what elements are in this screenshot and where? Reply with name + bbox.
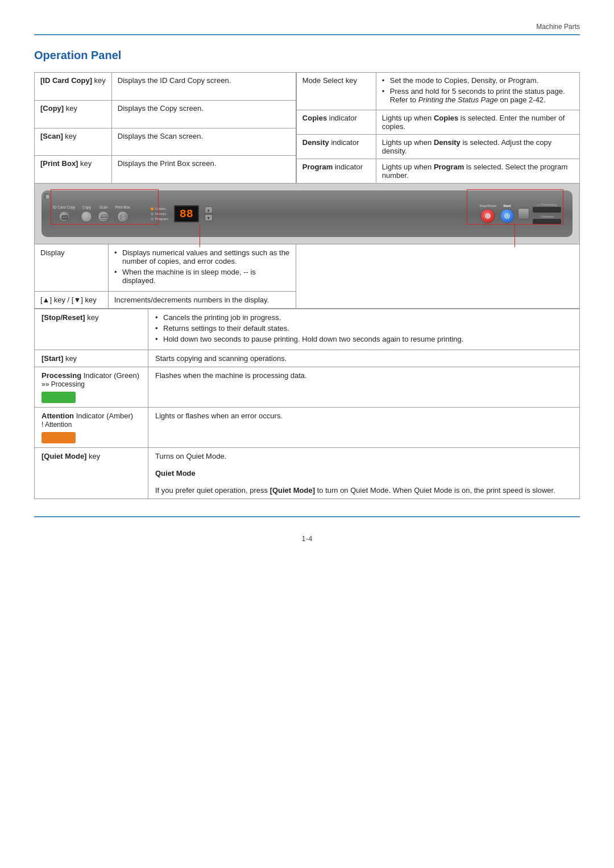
key-cell: [Copy] key <box>35 100 112 128</box>
page-number: 1-4 <box>34 534 580 543</box>
list-item: Hold down two seconds to pause printing.… <box>155 335 572 343</box>
footer-rule <box>34 516 580 517</box>
stop-reset-button[interactable] <box>480 209 495 223</box>
copy-button[interactable] <box>81 211 92 222</box>
value-cell: Lights up when Density is selected. Adju… <box>376 135 579 159</box>
table-row: [Print Box] key Displays the Print Box s… <box>35 156 296 184</box>
svg-rect-10 <box>122 218 125 219</box>
table-row: [ID Card Copy] key Displays the ID Card … <box>35 73 296 101</box>
value-cell: Increments/decrements numbers in the dis… <box>109 292 296 309</box>
key-cell: Mode Select key <box>296 73 376 110</box>
key-cell: Processing Indicator (Green) »» Processi… <box>35 367 148 408</box>
amber-indicator-swatch <box>42 432 76 443</box>
table-row: [Start] key Starts copying and scanning … <box>35 350 580 367</box>
machine-panel-container: ID Card Copy Copy Scan <box>34 184 580 244</box>
table-row: [Stop/Reset] key Cancels the printing jo… <box>35 309 580 350</box>
stop-reset-label: Stop/Reset <box>479 204 496 207</box>
green-indicator-swatch <box>42 392 76 403</box>
section-label: Machine Parts <box>536 23 580 31</box>
key-cell: Attention Indicator (Amber) ! Attention <box>35 408 148 448</box>
bottom-table: [Stop/Reset] key Cancels the printing jo… <box>34 309 580 499</box>
key-label: [Scan] <box>40 132 63 140</box>
key-cell: [Start] key <box>35 350 148 367</box>
id-card-copy-button[interactable] <box>59 211 70 222</box>
density-indicator-label: Density <box>155 212 167 215</box>
value-cell: Displays the Print Box screen. <box>111 156 296 184</box>
table-row: Copies indicator Lights up when Copies i… <box>296 110 579 135</box>
value-cell: Displays numerical values and settings s… <box>109 244 296 292</box>
middle-section: Display Displays numerical values and se… <box>34 244 580 309</box>
key-cell: [ID Card Copy] key <box>35 73 112 101</box>
scan-button[interactable] <box>98 211 109 222</box>
value-cell: Cancels the printing job in progress. Re… <box>148 309 580 350</box>
start-icon <box>504 213 510 219</box>
attention-light <box>533 219 561 225</box>
down-arrow-button[interactable]: ▼ <box>205 214 213 221</box>
attention-label: ! Attention <box>540 215 554 218</box>
panel-right-spacer <box>296 244 580 309</box>
start-button[interactable] <box>500 209 515 223</box>
stop-reset-bullet-list: Cancels the printing job in progress. Re… <box>155 313 572 343</box>
numeric-display: 88 <box>174 205 199 222</box>
processing-label: »» Processing <box>537 203 557 206</box>
list-item: When the machine is in sleep mode, -- is… <box>114 268 290 285</box>
value-cell: Displays the Copy screen. <box>111 100 296 128</box>
quiet-mode-button[interactable] <box>518 208 529 219</box>
scan-label: Scan <box>99 205 108 209</box>
table-row: Processing Indicator (Green) »» Processi… <box>35 367 580 408</box>
table-row: Program indicator Lights up when Program… <box>296 159 579 184</box>
list-item: Set the mode to Copies, Density, or Prog… <box>382 76 574 85</box>
start-label: Start <box>503 204 511 207</box>
right-control-group: Stop/Reset Start <box>479 203 561 225</box>
copies-dot <box>151 207 154 210</box>
id-card-copy-key-group: ID Card Copy <box>53 205 75 222</box>
processing-group: »» Processing ! Attention <box>533 203 561 225</box>
key-cell: Density indicator <box>296 135 376 159</box>
value-cell: Lights up when Program is selected. Sele… <box>376 159 579 184</box>
value-cell: Lights or flashes when an error occurs. <box>148 408 580 448</box>
key-label: [Print Box] <box>40 159 78 168</box>
id-card-icon <box>61 214 68 221</box>
table-row: [Quiet Mode] key Turns on Quiet Mode. Qu… <box>35 448 580 499</box>
display-table: Display Displays numerical values and se… <box>34 244 296 309</box>
svg-rect-2 <box>65 217 67 217</box>
stop-reset-icon <box>484 213 491 219</box>
scan-icon <box>101 214 107 221</box>
program-dot <box>151 218 154 221</box>
list-item: Returns settings to their default states… <box>155 324 572 333</box>
processing-light <box>533 207 561 213</box>
indicator-group: Copies Density Program <box>151 207 168 221</box>
start-group: Start <box>500 204 515 223</box>
density-indicator-row: Density <box>151 212 168 215</box>
table-row: Attention Indicator (Amber) ! Attention … <box>35 408 580 448</box>
header-rule <box>34 34 580 35</box>
table-row: [Scan] key Displays the Scan screen. <box>35 128 296 156</box>
svg-rect-3 <box>65 218 67 218</box>
list-item: Press and hold for 5 seconds to print th… <box>382 87 574 104</box>
list-item: Cancels the printing job in progress. <box>155 313 572 322</box>
bullet-list: Set the mode to Copies, Density, or Prog… <box>382 76 574 104</box>
value-cell: Displays the ID Card Copy screen. <box>111 73 296 101</box>
density-dot <box>151 213 154 215</box>
key-cell: [▲] key / [▼] key <box>35 292 109 309</box>
key-cell: [Scan] key <box>35 128 112 156</box>
copies-indicator-row: Copies <box>151 207 168 210</box>
display-bullet-list: Displays numerical values and settings s… <box>114 248 290 285</box>
stop-reset-group: Stop/Reset <box>479 204 496 223</box>
print-box-key-group: Print Box <box>115 205 130 222</box>
table-row: [Copy] key Displays the Copy screen. <box>35 100 296 128</box>
key-cell: [Stop/Reset] key <box>35 309 148 350</box>
machine-panel: ID Card Copy Copy Scan <box>42 190 572 237</box>
print-box-label: Print Box <box>115 205 130 209</box>
table-row: Mode Select key Set the mode to Copies, … <box>296 73 579 110</box>
list-item: Displays numerical values and settings s… <box>114 248 290 265</box>
value-cell: Set the mode to Copies, Density, or Prog… <box>376 73 579 110</box>
page-title: Operation Panel <box>34 49 580 62</box>
program-indicator-row: Program <box>151 217 168 221</box>
value-cell: Displays the Scan screen. <box>111 128 296 156</box>
copy-icon <box>44 193 51 200</box>
print-box-button[interactable] <box>117 211 128 222</box>
svg-point-1 <box>63 217 64 218</box>
up-arrow-button[interactable]: ▲ <box>205 206 213 213</box>
svg-rect-9 <box>122 214 125 216</box>
